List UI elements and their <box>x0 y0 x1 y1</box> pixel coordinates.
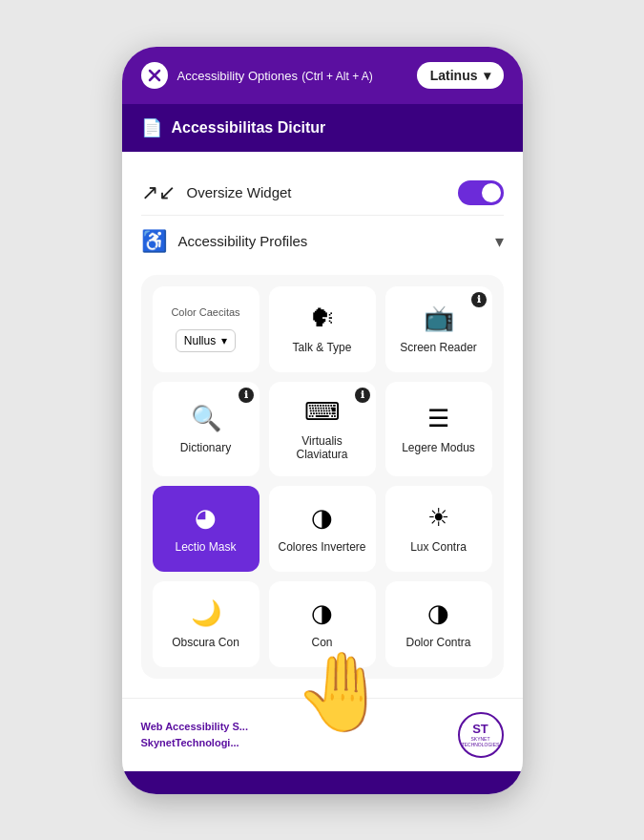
lang-arrow-icon: ▾ <box>484 68 490 83</box>
section-title: Accessibilitas Dicitur <box>172 119 326 136</box>
header-title: Accessibility Optiones (Ctrl + Alt + A) <box>177 67 373 83</box>
con-icon: ◑ <box>311 598 333 628</box>
header-shortcut: (Ctrl + Alt + A) <box>301 70 373 83</box>
close-button[interactable] <box>141 62 168 89</box>
oversize-toggle[interactable] <box>458 180 504 205</box>
footer-text: Web Accessibility S... SkynetTechnologi.… <box>141 719 249 750</box>
footer: Web Accessibility S... SkynetTechnologi.… <box>122 698 523 771</box>
grid-item-con[interactable]: ◑ Con <box>269 581 376 667</box>
oversize-left: ↗↙ Oversize Widget <box>141 180 292 205</box>
header-title-text: Accessibility Optiones <box>177 69 298 83</box>
grid-item-color-caecitas[interactable]: Color Caecitas Nullus ▾ <box>153 286 260 372</box>
screen-reader-info-badge: ℹ <box>471 292 487 307</box>
grid-item-talk-type[interactable]: 🗣 Talk & Type <box>269 286 376 372</box>
oversize-label: Oversize Widget <box>187 184 292 200</box>
profiles-left: ♿ Accessibility Profiles <box>141 229 308 254</box>
talk-type-label: Talk & Type <box>293 341 352 354</box>
dolor-contra-label: Dolor Contra <box>405 636 470 649</box>
resize-icon: ↗↙ <box>141 180 176 205</box>
talk-type-icon: 🗣 <box>310 304 335 333</box>
lux-contra-label: Lux Contra <box>410 540 467 554</box>
color-caecitas-select[interactable]: Nullus ▾ <box>176 329 236 352</box>
color-caecitas-label: Color Caecitas <box>171 306 239 318</box>
virtual-keyboard-icon: ⌨ <box>304 397 341 427</box>
dolor-contra-icon: ◑ <box>427 598 449 628</box>
phone-frame: Accessibility Optiones (Ctrl + Alt + A) … <box>122 47 523 794</box>
lang-label: Latinus <box>430 68 478 83</box>
main-content: ↗↙ Oversize Widget ♿ Accessibility Profi… <box>122 152 523 698</box>
profiles-label: Accessibility Profiles <box>178 233 308 249</box>
skynet-logo: ST SKYNET TECHNOLOGIES <box>458 712 504 758</box>
section-header: 📄 Accessibilitas Dicitur <box>122 104 523 152</box>
profiles-row[interactable]: ♿ Accessibility Profiles ▾ <box>141 216 504 267</box>
legere-modus-label: Legere Modus <box>402 441 475 454</box>
profiles-arrow-icon: ▾ <box>495 231 504 252</box>
header-left: Accessibility Optiones (Ctrl + Alt + A) <box>141 62 373 89</box>
lectio-mask-label: Lectio Mask <box>175 540 236 554</box>
lectio-mask-icon: ◕ <box>195 503 217 533</box>
dictionary-info-badge: ℹ <box>239 388 254 403</box>
colores-invertere-icon: ◑ <box>311 503 333 533</box>
virtual-keyboard-label: Virtualis Claviatura <box>277 434 368 461</box>
grid-item-dolor-contra[interactable]: ◑ Dolor Contra <box>385 581 492 667</box>
obscura-con-label: Obscura Con <box>172 636 239 649</box>
footer-line2: SkynetTechnologi... <box>141 735 249 751</box>
virtual-keyboard-info-badge: ℹ <box>355 388 370 403</box>
grid-item-dictionary[interactable]: ℹ 🔍 Dictionary <box>153 382 260 476</box>
footer-line1: Web Accessibility S... <box>141 719 249 735</box>
dictionary-label: Dictionary <box>180 441 231 454</box>
grid-item-lux-contra[interactable]: ☀ Lux Contra <box>385 486 492 572</box>
accessibility-icon: ♿ <box>141 229 167 254</box>
grid-item-obscura-con[interactable]: 🌙 Obscura Con <box>153 581 260 667</box>
grid-panel: Color Caecitas Nullus ▾ 🗣 Talk & Type ℹ … <box>141 275 504 679</box>
grid-item-legere-modus[interactable]: ☰ Legere Modus <box>385 382 492 476</box>
lux-contra-icon: ☀ <box>427 503 449 533</box>
grid-item-colores-invertere[interactable]: ◑ Colores Invertere <box>269 486 376 572</box>
grid-item-screen-reader[interactable]: ℹ 📺 Screen Reader <box>385 286 492 372</box>
con-label: Con <box>311 636 332 649</box>
language-dropdown[interactable]: Latinus ▾ <box>417 62 504 89</box>
bottom-bar <box>122 771 523 794</box>
grid-item-virtual-keyboard[interactable]: ℹ ⌨ Virtualis Claviatura <box>269 382 376 476</box>
header-bar: Accessibility Optiones (Ctrl + Alt + A) … <box>122 47 523 104</box>
colores-invertere-label: Colores Invertere <box>278 540 365 554</box>
screen-reader-icon: 📺 <box>424 304 454 333</box>
legere-modus-icon: ☰ <box>427 404 449 433</box>
logo-st-text: ST <box>472 722 488 736</box>
dictionary-icon: 🔍 <box>191 404 221 433</box>
feature-grid: Color Caecitas Nullus ▾ 🗣 Talk & Type ℹ … <box>153 286 492 667</box>
grid-item-lectio-mask[interactable]: ◕ Lectio Mask <box>153 486 260 572</box>
oversize-widget-row: ↗↙ Oversize Widget <box>141 171 504 216</box>
obscura-con-icon: 🌙 <box>191 598 221 628</box>
section-doc-icon: 📄 <box>141 117 162 138</box>
screen-reader-label: Screen Reader <box>400 341 477 354</box>
logo-sub-text: SKYNET TECHNOLOGIES <box>460 736 502 747</box>
